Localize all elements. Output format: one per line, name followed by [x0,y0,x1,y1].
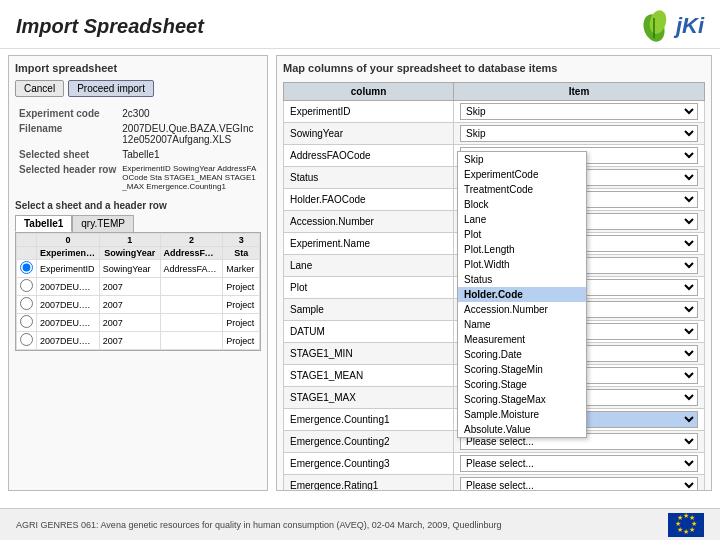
mapping-column-name: Emergence.Counting1 [284,409,454,431]
logo-leaf-icon [636,8,672,44]
table-row: 2007DEU.Que_BAZA.VEGInc12b 2007 Project [17,314,260,332]
dropdown-option[interactable]: Skip [458,152,586,167]
mapping-column-name: Experiment.Name [284,233,454,255]
cell-col1: 2007 [99,332,160,350]
table-row: ExperimentID SowingYear AddressFAOCode M… [17,260,260,278]
svg-text:★: ★ [677,514,683,521]
dropdown-option[interactable]: Plot.Length [458,242,586,257]
col-header-column: column [284,83,454,101]
cell-col2: AddressFAOCode [160,260,223,278]
mapping-column-name: Emergence.Rating1 [284,475,454,492]
mapping-item-select-cell: SkipExperimentCodeTreatmentCodeBlockLane… [454,101,705,123]
dropdown-option[interactable]: Scoring.StageMax [458,392,586,407]
header-row-radio[interactable] [20,333,33,346]
experiment-code-value: 2c300 [120,107,259,120]
experiment-info-table: Experiment code 2c300 Filename 2007DEU.Q… [15,105,261,194]
filename-value: 2007DEU.Que.BAZA.VEGInc12e052007Aufgang.… [120,122,259,146]
dropdown-option[interactable]: Status [458,272,586,287]
dropdown-option[interactable]: ExperimentCode [458,167,586,182]
dropdown-option[interactable]: Absolute.Value [458,422,586,437]
dropdown-option[interactable]: Scoring.StageMin [458,362,586,377]
header-row-radio[interactable] [20,297,33,310]
cell-col3: Project [223,332,260,350]
mapping-column-name: SowingYear [284,123,454,145]
eu-flag-icon: ★ ★ ★ ★ ★ ★ ★ ★ [668,513,704,537]
mapping-item-select[interactable]: SkipExperimentCodeTreatmentCodeBlockLane… [460,103,698,120]
dropdown-option[interactable]: Accession.Number [458,302,586,317]
col-radio-header [17,234,37,247]
svg-text:★: ★ [677,526,683,533]
mapping-item-select[interactable]: Please select...SkipExperimentCodeTreatm… [460,477,698,491]
dropdown-option[interactable]: Name [458,317,586,332]
cell-col1: 2007 [99,314,160,332]
col-header-item: Item [454,83,705,101]
sheet-tab-qrytemp[interactable]: qry.TEMP [72,215,134,232]
header-row-radio[interactable] [20,261,33,274]
col-2-sub: AddressFAOCode [160,247,223,260]
sheet-tabs: Tabelle1 qry.TEMP [15,215,261,232]
col-0-sub: ExperimentID [37,247,100,260]
cell-col3: Marker [223,260,260,278]
mapping-row: Emergence.Rating1Please select...SkipExp… [284,475,705,492]
cell-col2 [160,278,223,296]
cell-col1: 2007 [99,278,160,296]
dropdown-option[interactable]: Lane [458,212,586,227]
page-title: Import Spreadsheet [16,15,204,38]
cell-col1: 2007 [99,296,160,314]
header-row-radio[interactable] [20,315,33,328]
logo-text: jKi [676,13,704,39]
left-panel-buttons: Cancel Proceed import [15,80,261,97]
mapping-column-name: STAGE1_MAX [284,387,454,409]
footer: AGRI GENRES 061: Avena genetic resources… [0,508,720,540]
mapping-column-name: ExperimentID [284,101,454,123]
mapping-item-select[interactable]: SkipExperimentCodeTreatmentCodeBlockLane… [460,125,698,142]
cell-col0: 2007DEU.Que_BAZA.VEGInc12b [37,332,100,350]
header-row-radio[interactable] [20,279,33,292]
cancel-button[interactable]: Cancel [15,80,64,97]
mapping-column-name: Lane [284,255,454,277]
filename-label: Filename [17,122,118,146]
mapping-item-select-cell: SkipExperimentCodeTreatmentCodeBlockLane… [454,123,705,145]
mapping-column-name: Emergence.Counting3 [284,453,454,475]
cell-col0: 2007DEU.Que_BAZA.VEGInc12b [37,296,100,314]
col-2-header: 2 [160,234,223,247]
mapping-column-name: Plot [284,277,454,299]
mapping-column-name: AddressFAOCode [284,145,454,167]
selected-header-row-label: Selected header row [17,163,118,192]
dropdown-option[interactable]: Block [458,197,586,212]
cell-col0: 2007DEU.Que_BAZA.VEGInc12b [37,278,100,296]
mapping-column-name: Sample [284,299,454,321]
dropdown-option[interactable]: Scoring.Date [458,347,586,362]
mapping-item-select[interactable]: Please select...SkipExperimentCodeTreatm… [460,455,698,472]
mapping-column-name: Accession.Number [284,211,454,233]
selected-header-row-value: ExperimentID SowingYear AddressFAOCode S… [120,163,259,192]
dropdown-option[interactable]: Scoring.Stage [458,377,586,392]
dropdown-option[interactable]: TreatmentCode [458,182,586,197]
sheet-table: 0 1 2 3 ExperimentID SowingYear AddressF… [16,233,260,350]
svg-text:★: ★ [683,528,689,535]
right-panel-title: Map columns of your spreadsheet to datab… [283,62,705,74]
sheet-tab-tabelle1[interactable]: Tabelle1 [15,215,72,232]
cell-col2 [160,332,223,350]
sheet-preview: 0 1 2 3 ExperimentID SowingYear AddressF… [15,232,261,351]
dropdown-option[interactable]: Sample.Moisture [458,407,586,422]
dropdown-option[interactable]: Measurement [458,332,586,347]
mapping-column-name: STAGE1_MEAN [284,365,454,387]
table-row: 2007DEU.Que_BAZA.VEGInc12b 2007 Project [17,332,260,350]
col-radio-sub [17,247,37,260]
dropdown-option[interactable]: Plot [458,227,586,242]
col-3-header: 3 [223,234,260,247]
dropdown-option[interactable]: Holder.Code [458,287,586,302]
mapping-column-name: DATUM [284,321,454,343]
proceed-import-button[interactable]: Proceed import [68,80,154,97]
mapping-column-name: Emergence.Counting2 [284,431,454,453]
table-row: 2007DEU.Que_BAZA.VEGInc12b 2007 Project [17,278,260,296]
dropdown-option[interactable]: Plot.Width [458,257,586,272]
cell-col0: 2007DEU.Que_BAZA.VEGInc12b [37,314,100,332]
left-panel-title: Import spreadsheet [15,62,261,74]
header: Import Spreadsheet jKi [0,0,720,49]
col-3-sub: Sta [223,247,260,260]
cell-col3: Project [223,296,260,314]
cell-col2 [160,314,223,332]
selected-sheet-value: Tabelle1 [120,148,259,161]
